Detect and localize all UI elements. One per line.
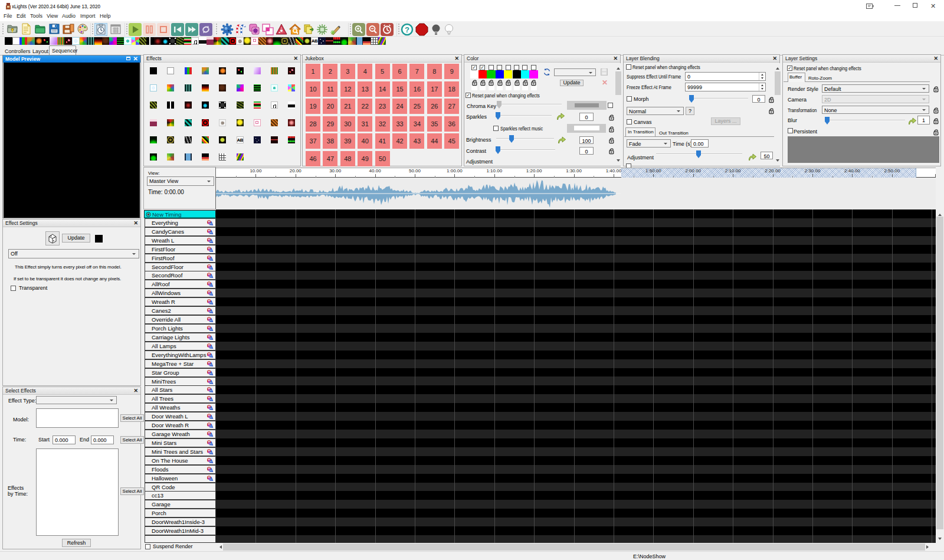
svg-text:?: ? (405, 25, 409, 34)
